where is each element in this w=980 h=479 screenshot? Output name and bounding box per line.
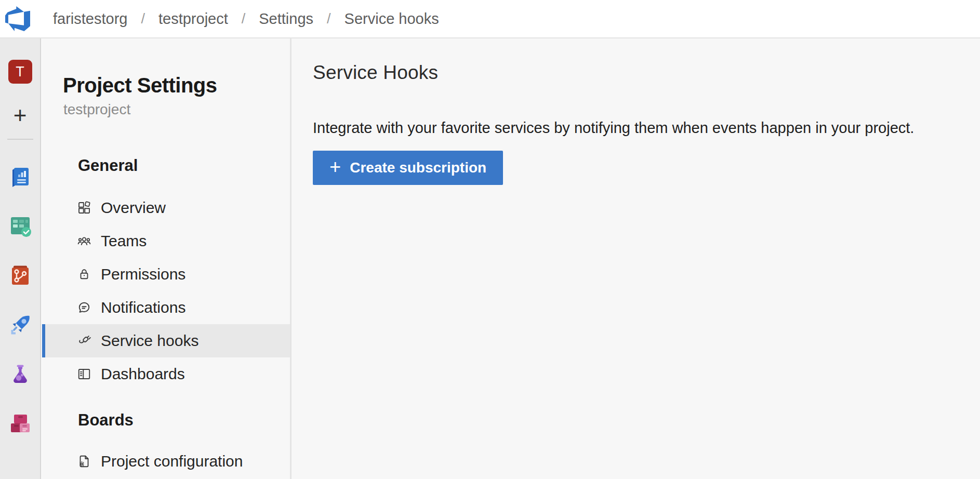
rail-item-overview[interactable] [8,164,33,189]
azure-devops-logo[interactable] [5,6,30,31]
sidebar-item-label: Overview [101,199,166,217]
breadcrumb-item-service-hooks[interactable]: Service hooks [345,10,439,28]
main-content: Service Hooks Integrate with your favori… [293,38,980,479]
overview-grid-icon [76,200,92,216]
project-avatar-letter: T [16,64,24,80]
boards-icon [8,214,33,238]
plug-icon [76,333,92,349]
sidebar-item-teams[interactable]: Teams [42,224,290,258]
sidebar-item-overview[interactable]: Overview [42,191,290,224]
boards-menu: Project configuration [42,445,290,478]
rail-divider [7,139,33,140]
top-bar: faristestorg / testproject / Settings / … [0,0,980,38]
breadcrumb-item-project[interactable]: testproject [158,10,228,28]
document-gear-icon [76,454,92,469]
breadcrumb-item-organization[interactable]: faristestorg [53,10,127,28]
lock-icon [76,267,92,282]
add-project-button[interactable]: + [8,103,32,127]
dashboard-icon [76,366,92,382]
sidebar-item-permissions[interactable]: Permissions [42,258,290,291]
breadcrumb-separator: / [242,11,246,27]
test-plans-icon [8,362,33,387]
sidebar-item-notifications[interactable]: Notifications [42,291,290,324]
sidebar-item-label: Dashboards [101,365,185,383]
overview-icon [8,164,33,189]
sidebar-item-label: Notifications [101,299,186,316]
sidebar-item-label: Teams [101,232,147,250]
sidebar-subtitle: testproject [63,101,290,118]
plus-icon: + [329,157,341,177]
rail-item-repos[interactable] [8,263,33,288]
breadcrumb-item-settings[interactable]: Settings [259,10,313,28]
sidebar-item-project-configuration[interactable]: Project configuration [42,445,290,478]
page-description: Integrate with your favorite services by… [313,118,980,137]
settings-sidebar: Project Settings testproject General Ove… [42,38,292,479]
create-subscription-button[interactable]: + Create subscription [313,151,503,185]
breadcrumb: faristestorg / testproject / Settings / … [53,10,439,28]
sidebar-item-service-hooks[interactable]: Service hooks [42,324,290,357]
sidebar-item-label: Permissions [101,265,186,283]
page-title: Service Hooks [313,61,980,84]
rail-item-pipelines[interactable] [8,312,33,337]
project-avatar[interactable]: T [8,60,32,84]
breadcrumb-separator: / [327,11,331,27]
breadcrumb-separator: / [141,11,145,27]
sidebar-item-label: Project configuration [101,453,243,470]
section-header-boards: Boards [78,410,290,430]
sidebar-item-dashboards[interactable]: Dashboards [42,357,290,391]
rail-item-test-plans[interactable] [8,362,33,387]
left-rail: T + [0,38,41,479]
sidebar-title: Project Settings [63,73,290,98]
rail-item-artifacts[interactable] [8,411,33,436]
comment-icon [76,300,92,315]
rail-item-boards[interactable] [8,214,33,238]
section-header-general: General [78,156,290,176]
pipelines-icon [8,312,33,337]
sidebar-item-label: Service hooks [101,332,198,350]
artifacts-icon [8,411,33,436]
settings-menu: Overview Teams [42,191,290,391]
repos-icon [8,263,33,288]
create-subscription-label: Create subscription [350,159,486,176]
teams-icon [76,233,92,249]
azure-devops-logo-icon [5,6,30,31]
